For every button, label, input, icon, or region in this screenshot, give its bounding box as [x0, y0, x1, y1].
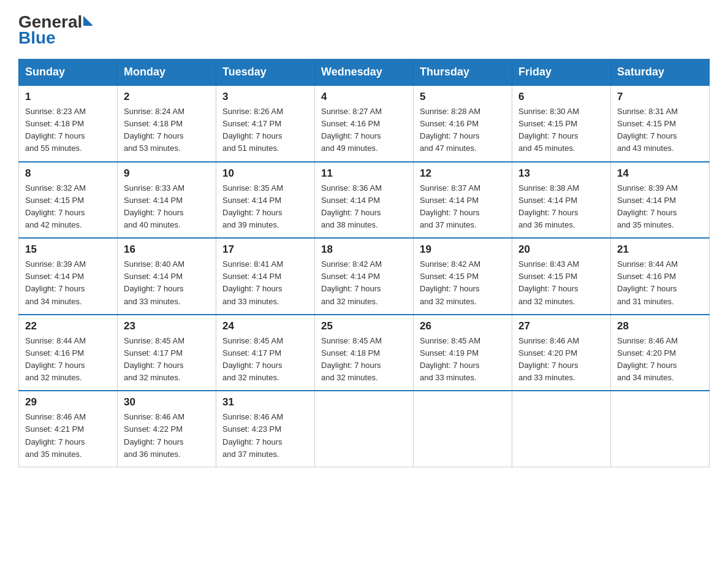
day-info: Sunrise: 8:46 AMSunset: 4:22 PMDaylight:… — [124, 411, 210, 461]
day-info: Sunrise: 8:39 AMSunset: 4:14 PMDaylight:… — [25, 258, 111, 308]
calendar-cell: 3Sunrise: 8:26 AMSunset: 4:17 PMDaylight… — [216, 85, 315, 162]
weekday-header-row: SundayMondayTuesdayWednesdayThursdayFrid… — [19, 59, 710, 86]
calendar-cell: 11Sunrise: 8:36 AMSunset: 4:14 PMDayligh… — [315, 162, 414, 239]
calendar-cell: 5Sunrise: 8:28 AMSunset: 4:16 PMDaylight… — [414, 85, 512, 162]
logo-triangle-icon — [83, 16, 93, 26]
day-info: Sunrise: 8:40 AMSunset: 4:14 PMDaylight:… — [124, 258, 210, 308]
day-info: Sunrise: 8:35 AMSunset: 4:14 PMDaylight:… — [222, 182, 308, 232]
day-number: 30 — [124, 396, 210, 408]
calendar-cell: 23Sunrise: 8:45 AMSunset: 4:17 PMDayligh… — [118, 315, 216, 391]
calendar-cell: 9Sunrise: 8:33 AMSunset: 4:14 PMDaylight… — [118, 162, 216, 239]
day-info: Sunrise: 8:27 AMSunset: 4:16 PMDaylight:… — [321, 105, 407, 155]
day-number: 25 — [321, 320, 407, 332]
day-info: Sunrise: 8:45 AMSunset: 4:17 PMDaylight:… — [124, 335, 210, 385]
day-info: Sunrise: 8:44 AMSunset: 4:16 PMDaylight:… — [617, 258, 703, 308]
day-info: Sunrise: 8:33 AMSunset: 4:14 PMDaylight:… — [124, 182, 210, 232]
calendar-cell: 15Sunrise: 8:39 AMSunset: 4:14 PMDayligh… — [19, 238, 118, 315]
calendar-cell: 4Sunrise: 8:27 AMSunset: 4:16 PMDaylight… — [315, 85, 414, 162]
calendar-cell: 26Sunrise: 8:45 AMSunset: 4:19 PMDayligh… — [414, 315, 512, 391]
day-info: Sunrise: 8:45 AMSunset: 4:18 PMDaylight:… — [321, 335, 407, 385]
day-info: Sunrise: 8:42 AMSunset: 4:14 PMDaylight:… — [321, 258, 407, 308]
logo-blue-text: Blue — [18, 28, 56, 48]
calendar-cell: 2Sunrise: 8:24 AMSunset: 4:18 PMDaylight… — [118, 85, 216, 162]
day-info: Sunrise: 8:39 AMSunset: 4:14 PMDaylight:… — [617, 182, 703, 232]
calendar-cell: 22Sunrise: 8:44 AMSunset: 4:16 PMDayligh… — [19, 315, 118, 391]
day-info: Sunrise: 8:42 AMSunset: 4:15 PMDaylight:… — [420, 258, 506, 308]
day-number: 27 — [518, 320, 604, 332]
day-number: 20 — [518, 243, 604, 256]
day-number: 24 — [222, 320, 308, 332]
calendar-cell: 28Sunrise: 8:46 AMSunset: 4:20 PMDayligh… — [611, 315, 710, 391]
logo: General Blue — [18, 12, 93, 48]
day-number: 17 — [222, 243, 308, 256]
day-info: Sunrise: 8:46 AMSunset: 4:20 PMDaylight:… — [617, 335, 703, 385]
day-number: 5 — [420, 91, 506, 103]
calendar-cell: 27Sunrise: 8:46 AMSunset: 4:20 PMDayligh… — [512, 315, 611, 391]
day-number: 9 — [124, 167, 210, 180]
calendar-header: SundayMondayTuesdayWednesdayThursdayFrid… — [19, 59, 710, 86]
calendar-cell: 29Sunrise: 8:46 AMSunset: 4:21 PMDayligh… — [19, 391, 118, 467]
calendar-cell — [414, 391, 512, 467]
day-info: Sunrise: 8:31 AMSunset: 4:15 PMDaylight:… — [617, 105, 703, 155]
day-number: 8 — [25, 167, 111, 180]
day-info: Sunrise: 8:45 AMSunset: 4:17 PMDaylight:… — [222, 335, 308, 385]
day-info: Sunrise: 8:46 AMSunset: 4:21 PMDaylight:… — [25, 411, 111, 461]
day-info: Sunrise: 8:43 AMSunset: 4:15 PMDaylight:… — [518, 258, 604, 308]
day-number: 3 — [222, 91, 308, 103]
calendar-week-row: 29Sunrise: 8:46 AMSunset: 4:21 PMDayligh… — [19, 391, 710, 467]
calendar-cell: 6Sunrise: 8:30 AMSunset: 4:15 PMDaylight… — [512, 85, 611, 162]
calendar-cell: 21Sunrise: 8:44 AMSunset: 4:16 PMDayligh… — [611, 238, 710, 315]
weekday-header-sunday: Sunday — [19, 59, 118, 86]
day-number: 18 — [321, 243, 407, 256]
calendar-table: SundayMondayTuesdayWednesdayThursdayFrid… — [18, 59, 710, 467]
weekday-header-friday: Friday — [512, 59, 611, 86]
day-number: 11 — [321, 167, 407, 180]
calendar-cell: 31Sunrise: 8:46 AMSunset: 4:23 PMDayligh… — [216, 391, 315, 467]
day-number: 7 — [617, 91, 703, 103]
calendar-body: 1Sunrise: 8:23 AMSunset: 4:18 PMDaylight… — [19, 85, 710, 467]
day-info: Sunrise: 8:36 AMSunset: 4:14 PMDaylight:… — [321, 182, 407, 232]
day-info: Sunrise: 8:28 AMSunset: 4:16 PMDaylight:… — [420, 105, 506, 155]
weekday-header-wednesday: Wednesday — [315, 59, 414, 86]
day-info: Sunrise: 8:44 AMSunset: 4:16 PMDaylight:… — [25, 335, 111, 385]
calendar-cell: 24Sunrise: 8:45 AMSunset: 4:17 PMDayligh… — [216, 315, 315, 391]
day-number: 1 — [25, 91, 111, 103]
calendar-cell: 18Sunrise: 8:42 AMSunset: 4:14 PMDayligh… — [315, 238, 414, 315]
day-number: 31 — [222, 396, 308, 408]
day-number: 13 — [518, 167, 604, 180]
day-number: 23 — [124, 320, 210, 332]
calendar-cell: 16Sunrise: 8:40 AMSunset: 4:14 PMDayligh… — [118, 238, 216, 315]
day-number: 28 — [617, 320, 703, 332]
day-number: 14 — [617, 167, 703, 180]
day-number: 12 — [420, 167, 506, 180]
day-info: Sunrise: 8:23 AMSunset: 4:18 PMDaylight:… — [25, 105, 111, 155]
day-info: Sunrise: 8:41 AMSunset: 4:14 PMDaylight:… — [222, 258, 308, 308]
calendar-cell: 12Sunrise: 8:37 AMSunset: 4:14 PMDayligh… — [414, 162, 512, 239]
calendar-week-row: 15Sunrise: 8:39 AMSunset: 4:14 PMDayligh… — [19, 238, 710, 315]
calendar-cell: 25Sunrise: 8:45 AMSunset: 4:18 PMDayligh… — [315, 315, 414, 391]
day-info: Sunrise: 8:37 AMSunset: 4:14 PMDaylight:… — [420, 182, 506, 232]
page-header: General Blue — [18, 12, 710, 48]
weekday-header-monday: Monday — [118, 59, 216, 86]
day-info: Sunrise: 8:46 AMSunset: 4:23 PMDaylight:… — [222, 411, 308, 461]
day-number: 16 — [124, 243, 210, 256]
day-info: Sunrise: 8:26 AMSunset: 4:17 PMDaylight:… — [222, 105, 308, 155]
day-number: 15 — [25, 243, 111, 256]
calendar-cell: 17Sunrise: 8:41 AMSunset: 4:14 PMDayligh… — [216, 238, 315, 315]
weekday-header-thursday: Thursday — [414, 59, 512, 86]
calendar-cell: 14Sunrise: 8:39 AMSunset: 4:14 PMDayligh… — [611, 162, 710, 239]
calendar-week-row: 22Sunrise: 8:44 AMSunset: 4:16 PMDayligh… — [19, 315, 710, 391]
day-number: 6 — [518, 91, 604, 103]
calendar-cell: 8Sunrise: 8:32 AMSunset: 4:15 PMDaylight… — [19, 162, 118, 239]
calendar-cell: 7Sunrise: 8:31 AMSunset: 4:15 PMDaylight… — [611, 85, 710, 162]
day-info: Sunrise: 8:45 AMSunset: 4:19 PMDaylight:… — [420, 335, 506, 385]
day-info: Sunrise: 8:24 AMSunset: 4:18 PMDaylight:… — [124, 105, 210, 155]
day-info: Sunrise: 8:32 AMSunset: 4:15 PMDaylight:… — [25, 182, 111, 232]
calendar-cell: 1Sunrise: 8:23 AMSunset: 4:18 PMDaylight… — [19, 85, 118, 162]
calendar-cell: 13Sunrise: 8:38 AMSunset: 4:14 PMDayligh… — [512, 162, 611, 239]
weekday-header-saturday: Saturday — [611, 59, 710, 86]
day-number: 10 — [222, 167, 308, 180]
day-info: Sunrise: 8:38 AMSunset: 4:14 PMDaylight:… — [518, 182, 604, 232]
calendar-cell: 20Sunrise: 8:43 AMSunset: 4:15 PMDayligh… — [512, 238, 611, 315]
day-info: Sunrise: 8:30 AMSunset: 4:15 PMDaylight:… — [518, 105, 604, 155]
